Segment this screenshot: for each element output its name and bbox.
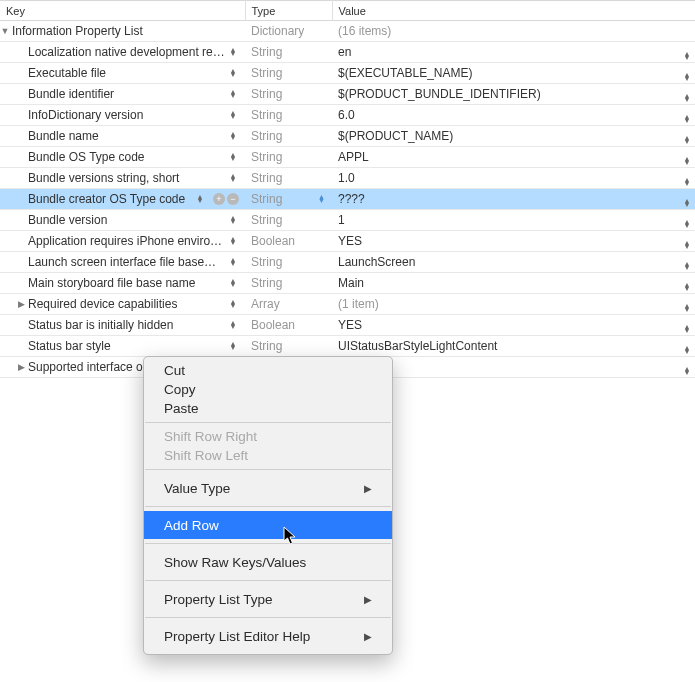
key-cell[interactable]: Information Property List [0, 21, 245, 42]
stepper-icon[interactable] [683, 346, 691, 354]
stepper-icon[interactable] [229, 90, 237, 98]
key-cell[interactable]: Bundle versions string, short [0, 168, 245, 189]
stepper-icon[interactable] [683, 115, 691, 123]
stepper-icon[interactable] [683, 241, 691, 249]
remove-button[interactable]: − [227, 193, 239, 205]
type-cell[interactable]: String [245, 147, 332, 168]
header-key[interactable]: Key [0, 1, 245, 21]
stepper-icon[interactable] [683, 73, 691, 81]
key-cell[interactable]: Bundle creator OS Type code+− [0, 189, 245, 210]
table-row[interactable]: Information Property ListDictionary(16 i… [0, 21, 695, 42]
disclosure-down-icon[interactable] [0, 26, 10, 36]
stepper-icon[interactable] [229, 111, 237, 119]
value-cell[interactable]: YES [332, 231, 681, 252]
type-cell[interactable]: Dictionary [245, 21, 332, 42]
type-cell[interactable]: String [245, 252, 332, 273]
value-cell[interactable]: Main [332, 273, 681, 294]
key-cell[interactable]: Executable file [0, 63, 245, 84]
value-cell[interactable]: LaunchScreen [332, 252, 681, 273]
type-cell[interactable]: String [245, 126, 332, 147]
stepper-icon[interactable] [683, 367, 691, 375]
stepper-icon[interactable] [318, 195, 326, 203]
type-cell[interactable]: String [245, 336, 332, 357]
menu-paste[interactable]: Paste [144, 399, 392, 418]
key-cell[interactable]: Bundle name [0, 126, 245, 147]
table-row[interactable]: Bundle creator OS Type code+−String???? [0, 189, 695, 210]
header-value[interactable]: Value [332, 1, 695, 21]
stepper-icon[interactable] [229, 342, 237, 350]
table-row[interactable]: InfoDictionary versionString6.0 [0, 105, 695, 126]
table-row[interactable]: Required device capabilitiesArray(1 item… [0, 294, 695, 315]
table-row[interactable]: Status bar styleStringUIStatusBarStyleLi… [0, 336, 695, 357]
header-type[interactable]: Type [245, 1, 332, 21]
stepper-icon[interactable] [683, 283, 691, 291]
stepper-icon[interactable] [683, 52, 691, 60]
value-cell[interactable]: en [332, 42, 681, 63]
key-cell[interactable]: Launch screen interface file base… [0, 252, 245, 273]
stepper-icon[interactable] [683, 304, 691, 312]
value-cell[interactable]: YES [332, 315, 681, 336]
disclosure-right-icon[interactable] [16, 362, 26, 372]
add-button[interactable]: + [213, 193, 225, 205]
stepper-icon[interactable] [229, 69, 237, 77]
value-cell[interactable]: $(PRODUCT_BUNDLE_IDENTIFIER) [332, 84, 681, 105]
value-cell[interactable]: 1 [332, 210, 681, 231]
value-cell[interactable]: (16 items) [332, 21, 681, 42]
type-cell[interactable]: Array [245, 294, 332, 315]
type-cell[interactable]: Boolean [245, 231, 332, 252]
stepper-icon[interactable] [683, 220, 691, 228]
stepper-icon[interactable] [229, 279, 237, 287]
stepper-icon[interactable] [683, 157, 691, 165]
menu-add-row[interactable]: Add Row [144, 511, 392, 539]
table-row[interactable]: Status bar is initially hiddenBooleanYES [0, 315, 695, 336]
key-cell[interactable]: Bundle version [0, 210, 245, 231]
stepper-icon[interactable] [683, 136, 691, 144]
menu-help[interactable]: Property List Editor Help ▶ [144, 622, 392, 650]
table-row[interactable]: Application requires iPhone enviro…Boole… [0, 231, 695, 252]
table-row[interactable]: Bundle versions string, shortString1.0 [0, 168, 695, 189]
stepper-icon[interactable] [683, 94, 691, 102]
disclosure-right-icon[interactable] [16, 299, 26, 309]
table-row[interactable]: Launch screen interface file base…String… [0, 252, 695, 273]
value-cell[interactable]: 6.0 [332, 105, 681, 126]
stepper-icon[interactable] [229, 132, 237, 140]
stepper-icon[interactable] [229, 48, 237, 56]
type-cell[interactable]: String [245, 168, 332, 189]
type-cell[interactable]: String [245, 84, 332, 105]
key-cell[interactable]: Status bar is initially hidden [0, 315, 245, 336]
key-cell[interactable]: Status bar style [0, 336, 245, 357]
menu-cut[interactable]: Cut [144, 361, 392, 380]
type-cell[interactable]: Boolean [245, 315, 332, 336]
type-cell[interactable]: String [245, 189, 332, 210]
stepper-icon[interactable] [229, 174, 237, 182]
key-cell[interactable]: Application requires iPhone enviro… [0, 231, 245, 252]
table-row[interactable]: Bundle nameString$(PRODUCT_NAME) [0, 126, 695, 147]
value-cell[interactable]: $(PRODUCT_NAME) [332, 126, 681, 147]
table-row[interactable]: Executable fileString$(EXECUTABLE_NAME) [0, 63, 695, 84]
menu-copy[interactable]: Copy [144, 380, 392, 399]
stepper-icon[interactable] [229, 153, 237, 161]
stepper-icon[interactable] [196, 195, 204, 203]
table-row[interactable]: Bundle versionString1 [0, 210, 695, 231]
value-cell[interactable]: $(EXECUTABLE_NAME) [332, 63, 681, 84]
stepper-icon[interactable] [229, 300, 237, 308]
table-row[interactable]: Bundle identifierString$(PRODUCT_BUNDLE_… [0, 84, 695, 105]
stepper-icon[interactable] [683, 178, 691, 186]
menu-show-raw[interactable]: Show Raw Keys/Values [144, 548, 392, 576]
key-cell[interactable]: Required device capabilities [0, 294, 245, 315]
table-row[interactable]: Bundle OS Type codeStringAPPL [0, 147, 695, 168]
menu-plist-type[interactable]: Property List Type ▶ [144, 585, 392, 613]
stepper-icon[interactable] [229, 216, 237, 224]
value-cell[interactable]: ???? [332, 189, 681, 210]
stepper-icon[interactable] [229, 258, 237, 266]
stepper-icon[interactable] [229, 237, 237, 245]
type-cell[interactable]: String [245, 105, 332, 126]
value-cell[interactable]: (1 item) [332, 294, 681, 315]
type-cell[interactable]: String [245, 210, 332, 231]
stepper-icon[interactable] [683, 199, 691, 207]
key-cell[interactable]: Bundle OS Type code [0, 147, 245, 168]
type-cell[interactable]: String [245, 273, 332, 294]
context-menu[interactable]: Cut Copy Paste Shift Row Right Shift Row… [143, 356, 393, 655]
plist-table[interactable]: Key Type Value Information Property List… [0, 0, 695, 378]
key-cell[interactable]: InfoDictionary version [0, 105, 245, 126]
